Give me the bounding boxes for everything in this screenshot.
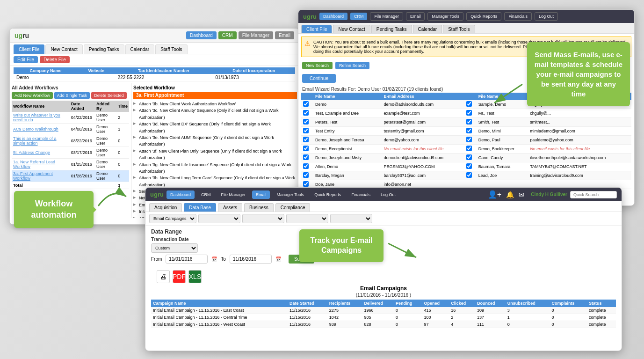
- row-check-4b[interactable]: [466, 137, 472, 142]
- subtab-assets[interactable]: Assets: [218, 203, 242, 212]
- row-check-6[interactable]: [303, 154, 309, 160]
- col-opened: Opened: [422, 300, 449, 307]
- delete-selected-btn[interactable]: Delete Selected: [91, 92, 127, 99]
- client-company: Demo: [14, 74, 78, 81]
- client-email-6b: ilovethenorthpole@santasworkshop.com: [528, 154, 631, 162]
- row-check-8b[interactable]: [466, 172, 472, 178]
- row-check-7[interactable]: [303, 163, 309, 169]
- em-tab-tasks[interactable]: Pending Tasks: [371, 25, 412, 33]
- subtab-database[interactable]: Data Base: [184, 203, 216, 212]
- nav-crm[interactable]: CRM: [218, 31, 237, 39]
- subtab-business[interactable]: Business: [244, 203, 274, 212]
- to-date-input[interactable]: [230, 255, 272, 264]
- em-tab-calendar[interactable]: Calendar: [413, 25, 442, 33]
- wf-link-1[interactable]: AC9 Demo Walkthrough: [13, 127, 58, 132]
- em-tab-client[interactable]: Client File: [301, 25, 332, 33]
- row-check-0[interactable]: [303, 101, 309, 107]
- em-nav-email[interactable]: Email: [406, 12, 425, 21]
- row-check-5[interactable]: [303, 146, 309, 151]
- notification-icon[interactable]: 🔔: [506, 191, 514, 198]
- subtab-acquisition[interactable]: Acquisition: [149, 203, 182, 212]
- row-check-1[interactable]: [303, 110, 309, 116]
- wf-link-3[interactable]: 5t. Address Change: [13, 150, 50, 155]
- date-icon-from[interactable]: 📅: [211, 256, 217, 262]
- ec-nav-reports[interactable]: Quick Reports: [311, 190, 345, 199]
- ec-nav-email[interactable]: Email: [252, 190, 270, 199]
- category-select-1[interactable]: Email Campaigns: [149, 214, 196, 223]
- workflow-callout-text: Workflow automation: [21, 198, 87, 220]
- ec-nav-manager[interactable]: Manager Tools: [273, 190, 308, 199]
- ec-nav-filemanager[interactable]: File Manager: [217, 190, 249, 199]
- tab-new-contact[interactable]: New Contact: [45, 44, 82, 54]
- wf-link-0[interactable]: Write out whatever is you need to do: [13, 113, 60, 122]
- wf-link-5[interactable]: 3a. First Appointment Workflow: [13, 171, 53, 181]
- new-search-btn[interactable]: New Search: [302, 62, 333, 69]
- add-new-workflow-btn[interactable]: Add New Workflow: [12, 92, 53, 99]
- row-check-1b[interactable]: [466, 110, 472, 116]
- print-icon[interactable]: 🖨: [157, 270, 170, 283]
- row-check-5b[interactable]: [466, 146, 472, 151]
- row-check-8[interactable]: [303, 172, 309, 178]
- add-user-icon[interactable]: 👤+: [488, 190, 501, 199]
- row-check-4[interactable]: [303, 137, 309, 142]
- from-date-input[interactable]: [166, 255, 208, 264]
- row-check-9[interactable]: [303, 181, 309, 187]
- wf-link-2[interactable]: This is an example of a simple action: [13, 136, 57, 146]
- table-row[interactable]: AC9 Demo Walkthrough 04/08/2016 Demo Use…: [12, 124, 129, 135]
- row-check-3[interactable]: [303, 128, 309, 133]
- table-row[interactable]: Write out whatever is you need to do 04/…: [12, 112, 129, 124]
- nav-email[interactable]: Email: [275, 31, 294, 39]
- ec-nav-financials[interactable]: Financials: [347, 190, 374, 199]
- edit-file-btn[interactable]: Edit File: [14, 56, 38, 63]
- em-nav-manager[interactable]: Manager Tools: [427, 12, 463, 21]
- tab-staff-tools[interactable]: Staff Tools: [155, 44, 187, 54]
- table-row[interactable]: This is an example of a simple action 03…: [12, 135, 129, 147]
- table-row[interactable]: 1a. New Referral Lead Workflow 01/25/201…: [12, 159, 129, 170]
- em-nav-reports[interactable]: Quick Reports: [466, 12, 501, 21]
- category-select-5[interactable]: [330, 214, 372, 223]
- row-check-6b[interactable]: [466, 154, 472, 160]
- pdf-icon[interactable]: PDF: [173, 270, 186, 283]
- em-nav-filemanager[interactable]: File Manager: [370, 12, 403, 21]
- ec-nav-logout[interactable]: Log Out: [377, 190, 399, 199]
- em-tab-newcontact[interactable]: New Contact: [333, 25, 370, 33]
- ec-nav-dashboard[interactable]: Dashboard: [166, 190, 195, 199]
- to-label: To: [221, 256, 226, 262]
- row-check-2b[interactable]: [466, 119, 472, 125]
- delete-file-btn[interactable]: Delete File: [40, 56, 70, 63]
- date-icon-to[interactable]: 📅: [275, 256, 281, 262]
- col-pending: Pending: [394, 300, 422, 307]
- tab-pending-tasks[interactable]: Pending Tasks: [84, 44, 124, 54]
- row-check-7b[interactable]: [466, 163, 472, 169]
- row-check-0b[interactable]: [466, 101, 472, 107]
- ec-nav-crm[interactable]: CRM: [197, 190, 215, 199]
- category-select-3[interactable]: [242, 214, 284, 223]
- row-check-3b[interactable]: [466, 128, 472, 133]
- table-row: Demo, Joseph and Misty democlient@adviso…: [301, 154, 631, 162]
- em-tab-staff[interactable]: Staff Tools: [443, 25, 475, 33]
- excel-icon[interactable]: XLS: [188, 270, 202, 283]
- subtab-compliance[interactable]: Compliance: [275, 203, 311, 212]
- quick-search-input[interactable]: [570, 191, 617, 198]
- table-row[interactable]: 3a. First Appointment Workflow 01/28/201…: [12, 170, 129, 182]
- table-row[interactable]: 5t. Address Change 03/17/2016 Demo User …: [12, 147, 129, 159]
- date-type-select[interactable]: Custom: [151, 243, 198, 253]
- em-nav-financials[interactable]: Financials: [504, 12, 532, 21]
- mail-icon[interactable]: ✉: [519, 191, 524, 198]
- continue-btn-top[interactable]: Continue: [302, 74, 336, 83]
- row-check-2[interactable]: [303, 119, 309, 125]
- nav-filemanager[interactable]: File Manager: [239, 31, 273, 39]
- nav-dashboard[interactable]: Dashboard: [186, 31, 217, 39]
- tab-client-file[interactable]: Client File: [14, 44, 44, 54]
- category-select-2[interactable]: [198, 214, 240, 223]
- client-email-7: PEGSMG3@YAHOO.COM: [382, 162, 464, 171]
- category-select-4[interactable]: [286, 214, 328, 223]
- em-nav-logout[interactable]: Log Out: [535, 12, 558, 21]
- refine-search-btn[interactable]: Refine Search: [335, 62, 369, 69]
- em-col-filename1: File Name: [313, 93, 382, 100]
- tab-calendar[interactable]: Calendar: [125, 44, 155, 54]
- em-nav-dashboard[interactable]: Dashboard: [319, 13, 347, 20]
- add-single-task-btn[interactable]: Add Single Task: [54, 92, 90, 99]
- wf-link-4[interactable]: 1a. New Referral Lead Workflow: [13, 160, 55, 169]
- em-nav-crm[interactable]: CRM: [350, 13, 368, 20]
